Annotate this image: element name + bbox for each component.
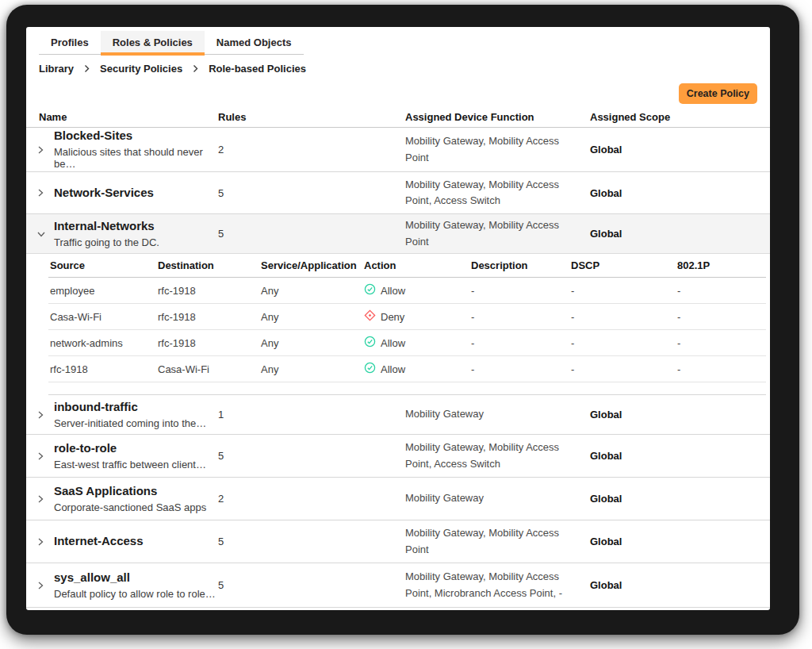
table-row-expanded[interactable]: Internal-Networks Traffic going to the D…	[26, 214, 770, 254]
chevron-down-icon[interactable]	[36, 230, 48, 238]
tab-label: Profiles	[51, 36, 89, 48]
rule-source: rfc-1918	[48, 363, 156, 375]
rule-8021p: -	[676, 337, 766, 349]
rule-row[interactable]: employee rfc-1918 Any Allow - - -	[48, 278, 766, 304]
rule-destination: Casa-Wi-Fi	[156, 363, 259, 375]
tab-bar: Profiles Roles & Policies Named Objects	[39, 31, 304, 55]
policy-device-function: Mobility Gateway, Mobility Access Point	[405, 217, 590, 249]
policy-name: inbound-traffic	[54, 400, 206, 415]
table-row[interactable]: sys_allow_all Default policy to allow ro…	[26, 563, 770, 608]
rule-8021p: -	[676, 311, 766, 323]
rule-destination: rfc-1918	[156, 337, 259, 349]
chevron-right-icon[interactable]	[36, 537, 48, 547]
rule-service: Any	[259, 363, 362, 375]
policy-rules-count: 1	[218, 409, 405, 421]
rule-dscp: -	[569, 285, 676, 297]
policy-device-function: Mobility Gateway, Mobility Access Point,…	[405, 440, 590, 471]
chevron-right-icon[interactable]	[36, 494, 48, 504]
chevron-right-icon[interactable]	[36, 410, 48, 420]
column-header-name: Name	[39, 111, 218, 123]
policy-name: Network-Services	[54, 186, 154, 201]
rule-destination: rfc-1918	[156, 285, 259, 297]
policy-rules-count: 5	[218, 536, 405, 547]
breadcrumb-role-based-policies[interactable]: Role-based Policies	[209, 63, 306, 75]
policy-device-function: Mobility Gateway, Mobility Access Point	[405, 525, 590, 557]
column-header-source: Source	[48, 259, 156, 271]
policy-rules-count: 2	[218, 493, 405, 505]
breadcrumb-library[interactable]: Library	[39, 63, 74, 75]
rule-dscp: -	[569, 337, 676, 349]
policy-name: Blocked-Sites	[54, 129, 218, 144]
tab-roles-policies[interactable]: Roles & Policies	[101, 31, 205, 54]
content-panel: Profiles Roles & Policies Named Objects …	[26, 27, 770, 610]
column-header-destination: Destination	[156, 259, 259, 271]
chevron-right-icon[interactable]	[36, 145, 48, 155]
policy-scope: Global	[590, 536, 770, 547]
app-window: Profiles Roles & Policies Named Objects …	[6, 5, 799, 635]
deny-icon	[364, 309, 376, 324]
rule-row[interactable]: network-admins rfc-1918 Any Allow - - -	[48, 330, 766, 356]
rule-action: Allow	[381, 363, 405, 375]
column-header-8021p: 802.1P	[676, 259, 766, 271]
column-header-description: Description	[469, 259, 569, 271]
policy-rules-count: 5	[218, 228, 405, 240]
policy-scope: Global	[590, 493, 770, 505]
tab-named-objects[interactable]: Named Objects	[205, 31, 304, 54]
rule-source: network-admins	[48, 337, 156, 349]
rules-table-header: Source Destination Service/Application A…	[48, 254, 766, 278]
policy-name: role-to-role	[54, 441, 206, 456]
policy-scope: Global	[590, 187, 770, 199]
rule-dscp: -	[569, 311, 676, 323]
column-header-action: Action	[362, 259, 469, 271]
rule-action: Allow	[381, 337, 405, 349]
table-row[interactable]: Blocked-Sites Malicious sites that shoul…	[26, 128, 770, 172]
rule-service: Any	[259, 337, 362, 349]
tab-label: Roles & Policies	[113, 36, 193, 48]
rule-description: -	[469, 311, 569, 323]
rules-table-clipped-row: printers printers Any Allow - - -	[48, 382, 766, 394]
policy-scope: Global	[590, 144, 770, 156]
column-header-dscp: DSCP	[569, 259, 676, 271]
column-header-rules: Rules	[218, 111, 405, 123]
table-row[interactable]: role-to-role East-west traffic between c…	[26, 435, 770, 478]
chevron-right-icon[interactable]	[36, 581, 48, 590]
chevron-right-icon	[192, 64, 199, 73]
rule-row[interactable]: Casa-Wi-Fi rfc-1918 Any Deny - - -	[48, 304, 766, 330]
policy-device-function: Mobility Gateway, Mobility Access Point	[405, 133, 590, 165]
table-row[interactable]: SaaS Applications Corporate-sanctioned S…	[26, 478, 770, 520]
rule-row[interactable]: printers printers Any Allow - - -	[48, 382, 766, 394]
policy-description: Corporate-sanctioned SaaS apps	[54, 501, 206, 514]
policy-rules-count: 5	[218, 187, 405, 199]
tab-profiles[interactable]: Profiles	[39, 31, 101, 54]
policy-scope: Global	[590, 450, 770, 462]
breadcrumb-security-policies[interactable]: Security Policies	[100, 63, 182, 75]
rule-action: Deny	[381, 311, 404, 323]
allow-icon	[364, 362, 376, 376]
policy-rules-count: 5	[218, 579, 405, 591]
policy-scope: Global	[590, 579, 770, 591]
chevron-right-icon	[83, 64, 90, 73]
policy-description: Traffic going to the DC.	[54, 236, 159, 249]
rule-service: Any	[259, 285, 362, 297]
table-row[interactable]: Internet-Access 5 Mobility Gateway, Mobi…	[26, 520, 770, 563]
chevron-right-icon[interactable]	[36, 188, 48, 198]
policy-device-function: Mobility Gateway	[405, 406, 590, 422]
policy-description: Default policy to allow role to role…	[54, 588, 216, 601]
rule-source: Casa-Wi-Fi	[48, 311, 156, 323]
allow-icon	[364, 336, 376, 350]
policy-description: East-west traffic between client…	[54, 459, 206, 471]
rules-table: Source Destination Service/Application A…	[48, 254, 766, 395]
breadcrumb: Library Security Policies Role-based Pol…	[39, 63, 770, 75]
column-header-scope: Assigned Scope	[590, 111, 770, 123]
rule-dscp: -	[569, 363, 676, 375]
column-header-service: Service/Application	[259, 259, 362, 271]
create-policy-button[interactable]: Create Policy	[679, 83, 757, 104]
chevron-right-icon[interactable]	[36, 451, 48, 461]
policy-scope: Global	[590, 409, 770, 421]
rule-description: -	[469, 363, 569, 375]
policy-description: Server-initiated coming into the…	[54, 417, 206, 430]
table-row[interactable]: Network-Services 5 Mobility Gateway, Mob…	[26, 172, 770, 214]
rule-row[interactable]: rfc-1918 Casa-Wi-Fi Any Allow - - -	[48, 356, 766, 382]
table-row[interactable]: inbound-traffic Server-initiated coming …	[26, 395, 770, 435]
rule-source: employee	[48, 285, 156, 297]
